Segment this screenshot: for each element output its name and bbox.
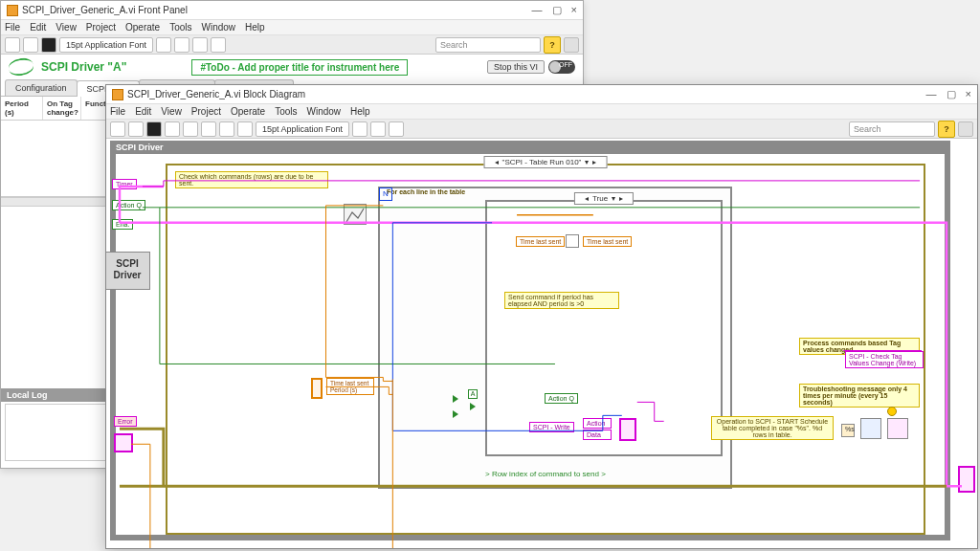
menu-project[interactable]: Project bbox=[86, 22, 116, 33]
reorder-button[interactable] bbox=[211, 37, 226, 53]
node-a[interactable]: A bbox=[468, 389, 478, 399]
chevron-left-icon[interactable]: ◂ bbox=[495, 158, 499, 166]
menu-project[interactable]: Project bbox=[191, 106, 221, 117]
case-structure-inner[interactable]: ◂ True ▾ ▸ Time last sent Time last sent… bbox=[485, 200, 723, 456]
node-action-q-inner[interactable]: Action Q bbox=[545, 393, 578, 404]
compare-ge-node[interactable] bbox=[453, 410, 458, 418]
node-timer[interactable]: Timer bbox=[112, 179, 137, 189]
menu-operate[interactable]: Operate bbox=[125, 22, 160, 33]
pause-button[interactable] bbox=[146, 121, 162, 137]
node-check-tags[interactable]: SCPI - Check Tag Values Change (Write) bbox=[845, 351, 924, 368]
n-terminal[interactable]: N bbox=[379, 187, 392, 201]
menu-operate[interactable]: Operate bbox=[231, 106, 265, 117]
maximize-icon[interactable]: ▢ bbox=[947, 88, 956, 100]
case-selector-outer[interactable]: ◂ "SCPI - Table Run 010" ▾ ▸ bbox=[484, 156, 608, 168]
cleanup-button[interactable] bbox=[389, 121, 404, 137]
window-controls[interactable]: — ▢ × bbox=[926, 88, 971, 100]
menu-view[interactable]: View bbox=[161, 106, 182, 117]
close-icon[interactable]: × bbox=[571, 4, 577, 16]
chevron-down-icon[interactable]: ▾ bbox=[612, 194, 615, 203]
fp-menubar[interactable]: File Edit View Project Operate Tools Win… bbox=[1, 20, 583, 35]
comment-send-cond: Send command if period has elapsed AND p… bbox=[504, 292, 619, 309]
icon-connector[interactable] bbox=[958, 121, 973, 137]
minimize-icon[interactable]: — bbox=[926, 88, 937, 100]
node-time-last-sent-out[interactable]: Time last sent bbox=[583, 236, 632, 247]
cluster-unbundle-node[interactable] bbox=[114, 433, 133, 452]
menu-window[interactable]: Window bbox=[201, 22, 235, 33]
node-error[interactable]: Error bbox=[114, 416, 137, 427]
step-into-button[interactable] bbox=[201, 121, 216, 137]
off-toggle[interactable] bbox=[548, 60, 575, 74]
and-node[interactable] bbox=[470, 403, 476, 410]
distribute-button[interactable] bbox=[370, 121, 386, 137]
chevron-right-icon[interactable]: ▸ bbox=[619, 194, 623, 203]
node-scpi-write[interactable]: SCPI - Write bbox=[529, 422, 574, 432]
stop-vi-button[interactable]: Stop this VI bbox=[487, 60, 545, 74]
run-button[interactable] bbox=[110, 121, 125, 137]
node-ena[interactable]: Ena. bbox=[112, 219, 133, 230]
menu-edit[interactable]: Edit bbox=[30, 22, 46, 33]
subvi-node-2[interactable] bbox=[887, 418, 908, 439]
search-input[interactable]: Search bbox=[849, 121, 935, 137]
step-over-button[interactable] bbox=[219, 121, 234, 137]
pause-button[interactable] bbox=[41, 37, 56, 53]
case-structure-outer[interactable]: ◂ "SCPI - Table Run 010" ▾ ▸ Check which… bbox=[166, 164, 925, 535]
icon-connector[interactable] bbox=[564, 37, 579, 53]
for-loop[interactable]: For each line in the table N ◂ True ▾ ▸ … bbox=[378, 187, 732, 489]
compare-gt-node[interactable] bbox=[453, 395, 458, 403]
bd-titlebar[interactable]: SCPI_Driver_Generic_A.vi Block Diagram —… bbox=[106, 85, 977, 104]
search-input[interactable]: Search bbox=[435, 37, 541, 53]
align-button[interactable] bbox=[156, 37, 171, 53]
window-controls[interactable]: — ▢ × bbox=[532, 4, 577, 16]
chevron-right-icon[interactable]: ▸ bbox=[592, 158, 596, 166]
close-icon[interactable]: × bbox=[966, 88, 971, 100]
bd-canvas[interactable]: SCPI Driver ◂ "SCPI - Table Run 010" ▾ ▸… bbox=[106, 139, 977, 548]
node-time-period-cluster[interactable]: Time last sent Period (s) bbox=[326, 378, 374, 395]
distribute-button[interactable] bbox=[174, 37, 189, 53]
picture-indicator[interactable] bbox=[344, 204, 367, 225]
align-button[interactable] bbox=[352, 121, 368, 137]
struct-scpi-driver[interactable]: SCPI Driver ◂ "SCPI - Table Run 010" ▾ ▸… bbox=[110, 141, 950, 540]
node-time-last-sent-in[interactable]: Time last sent bbox=[516, 236, 565, 247]
node-scpi-driver-icon[interactable]: SCPIDriver bbox=[106, 252, 150, 290]
help-icon[interactable]: ? bbox=[938, 121, 955, 138]
font-selector[interactable]: 15pt Application Font bbox=[59, 37, 153, 53]
font-selector[interactable]: 15pt Application Font bbox=[256, 121, 349, 137]
menu-file[interactable]: File bbox=[5, 22, 20, 33]
tab-configuration[interactable]: Configuration bbox=[5, 79, 78, 96]
menu-edit[interactable]: Edit bbox=[135, 106, 151, 117]
subvi-node-1[interactable] bbox=[860, 418, 881, 439]
highlight-exec-button[interactable] bbox=[165, 121, 180, 137]
chevron-left-icon[interactable]: ◂ bbox=[585, 194, 589, 203]
help-icon[interactable]: ? bbox=[544, 36, 561, 54]
menu-help[interactable]: Help bbox=[245, 22, 265, 33]
retain-wires-button[interactable] bbox=[183, 121, 198, 137]
bd-menubar[interactable]: File Edit View Project Operate Tools Win… bbox=[106, 104, 977, 120]
col-period: Period (s) bbox=[1, 97, 43, 120]
node-action-q[interactable]: Action Q bbox=[112, 200, 145, 210]
maximize-icon[interactable]: ▢ bbox=[552, 4, 562, 16]
node-action[interactable]: Action bbox=[583, 418, 612, 429]
format-string-node[interactable]: %s bbox=[841, 424, 855, 437]
comment-row-index: > Row index of command to send > bbox=[485, 470, 606, 478]
step-out-button[interactable] bbox=[237, 121, 253, 137]
menu-tools[interactable]: Tools bbox=[169, 22, 191, 33]
menu-file[interactable]: File bbox=[110, 106, 125, 117]
unbundle-node[interactable] bbox=[311, 378, 323, 399]
run-continuous-button[interactable] bbox=[23, 37, 38, 53]
minimize-icon[interactable]: — bbox=[532, 4, 543, 16]
chevron-down-icon[interactable]: ▾ bbox=[585, 158, 589, 166]
fp-titlebar[interactable]: SCPI_Driver_Generic_A.vi Front Panel — ▢… bbox=[1, 1, 583, 20]
case-selector-inner[interactable]: ◂ True ▾ ▸ bbox=[574, 192, 634, 205]
output-bundle-node[interactable] bbox=[958, 466, 975, 493]
run-button[interactable] bbox=[5, 37, 20, 53]
replace-array-node[interactable] bbox=[566, 234, 579, 248]
resize-button[interactable] bbox=[192, 37, 208, 53]
menu-help[interactable]: Help bbox=[350, 106, 370, 117]
run-continuous-button[interactable] bbox=[128, 121, 144, 137]
bundle-node[interactable] bbox=[619, 418, 636, 441]
node-data[interactable]: Data bbox=[583, 430, 612, 440]
menu-window[interactable]: Window bbox=[306, 106, 341, 117]
menu-view[interactable]: View bbox=[56, 22, 77, 33]
menu-tools[interactable]: Tools bbox=[275, 106, 297, 117]
